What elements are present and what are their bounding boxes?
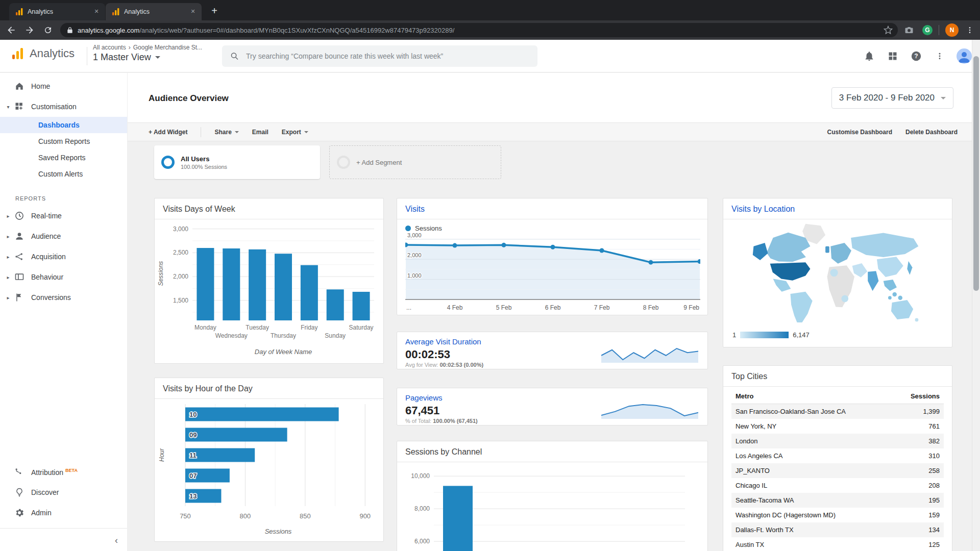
segment-all-users[interactable]: All Users 100.00% Sessions bbox=[154, 145, 320, 179]
reload-icon bbox=[43, 26, 53, 35]
chevron-right-icon[interactable]: ▸ bbox=[5, 254, 11, 260]
chevron-right-icon[interactable]: ▸ bbox=[5, 213, 11, 219]
svg-text:8,000: 8,000 bbox=[414, 505, 430, 512]
share-button[interactable]: Share bbox=[214, 129, 238, 136]
sidebar-item-admin[interactable]: Admin bbox=[0, 503, 127, 523]
svg-text:10: 10 bbox=[189, 411, 197, 418]
person-icon bbox=[14, 231, 24, 241]
sidebar-item-custom-alerts[interactable]: Custom Alerts bbox=[0, 166, 127, 182]
gear-icon bbox=[14, 508, 24, 518]
sidebar-item-discover[interactable]: Discover bbox=[0, 482, 127, 503]
search-bar[interactable] bbox=[222, 45, 537, 67]
widget-title: Top Cities bbox=[731, 372, 767, 381]
add-widget-button[interactable]: + Add Widget bbox=[149, 129, 187, 136]
notifications-button[interactable] bbox=[863, 49, 876, 63]
title-row: Audience Overview 3 Feb 2020 - 9 Feb 202… bbox=[128, 73, 972, 122]
screenshot-extension-icon[interactable] bbox=[902, 23, 916, 37]
analytics-favicon bbox=[112, 8, 120, 16]
sidebar-item-label: Saved Reports bbox=[38, 154, 86, 162]
delete-dashboard-button[interactable]: Delete Dashboard bbox=[905, 129, 958, 136]
view-selector[interactable]: 1 Master View bbox=[93, 52, 202, 63]
metro-cell: London bbox=[736, 437, 928, 445]
new-tab-button[interactable]: + bbox=[207, 4, 222, 18]
svg-text:09: 09 bbox=[189, 431, 197, 439]
help-button[interactable]: ? bbox=[910, 49, 923, 63]
account-avatar[interactable] bbox=[957, 48, 972, 64]
search-icon bbox=[230, 52, 239, 61]
sidebar-item-label: Discover bbox=[31, 488, 59, 496]
sessions-cell: 208 bbox=[928, 482, 940, 489]
bookmark-star-icon[interactable] bbox=[884, 26, 893, 35]
sidebar-item-custom-reports[interactable]: Custom Reports bbox=[0, 133, 127, 149]
segment-detail: 100.00% Sessions bbox=[181, 164, 227, 170]
bell-icon bbox=[864, 51, 875, 62]
sidebar-item-dashboards[interactable]: Dashboards bbox=[0, 117, 127, 133]
svg-text:Friday: Friday bbox=[301, 324, 317, 331]
email-button[interactable]: Email bbox=[252, 129, 268, 136]
svg-text:Sessions: Sessions bbox=[265, 528, 292, 535]
sidebar-item-behaviour[interactable]: ▸Behaviour bbox=[0, 267, 127, 287]
clock-icon bbox=[14, 211, 24, 221]
sidebar-item-real-time[interactable]: ▸Real-time bbox=[0, 206, 127, 226]
svg-text:750: 750 bbox=[180, 512, 191, 520]
sidebar-item-conversions[interactable]: ▸Conversions bbox=[0, 287, 127, 308]
svg-text:6 Feb: 6 Feb bbox=[545, 304, 561, 311]
customise-dashboard-button[interactable]: Customise Dashboard bbox=[827, 129, 892, 136]
days-of-week-chart: 1,5002,0002,5003,000MondayWednesdayTuesd… bbox=[155, 219, 382, 360]
add-segment-button[interactable]: + Add Segment bbox=[329, 145, 501, 179]
browser-profile-avatar[interactable]: N bbox=[945, 23, 959, 37]
svg-text:3,000: 3,000 bbox=[407, 233, 422, 238]
sidebar-item-label: AttributionBETA bbox=[31, 468, 78, 477]
table-row: Seattle-Tacoma WA195 bbox=[731, 493, 944, 508]
widget-title-link[interactable]: Visits bbox=[405, 205, 425, 213]
browser-menu-button[interactable] bbox=[963, 23, 977, 37]
sessions-cell: 195 bbox=[928, 496, 940, 504]
date-range-selector[interactable]: 3 Feb 2020 - 9 Feb 2020 bbox=[831, 87, 953, 109]
url-bar[interactable]: analytics.google.com/analytics/web/?auth… bbox=[60, 23, 898, 37]
tab-title: Analytics bbox=[124, 8, 188, 15]
more-options-button[interactable] bbox=[933, 49, 946, 63]
page-scrollbar[interactable] bbox=[972, 40, 980, 551]
metro-cell: New York, NY bbox=[736, 422, 928, 430]
sidebar-item-acquisition[interactable]: ▸Acquisition bbox=[0, 246, 127, 267]
sidebar-item-label: Dashboards bbox=[38, 121, 80, 129]
forward-icon bbox=[24, 25, 35, 35]
tab-close-button[interactable]: ✕ bbox=[188, 7, 198, 16]
flag-icon bbox=[14, 292, 24, 303]
chevron-right-icon[interactable]: ▸ bbox=[5, 234, 11, 239]
sidebar-collapse-button[interactable]: ‹ bbox=[115, 535, 118, 546]
widget-avg-visit-duration: Average Visit Duration 00:02:53 Avg for … bbox=[397, 332, 708, 369]
svg-text:?: ? bbox=[914, 53, 918, 60]
breadcrumb-account[interactable]: Google Merchandise St... bbox=[133, 44, 202, 51]
widget-title-link[interactable]: Visits by Location bbox=[731, 205, 795, 213]
svg-text:3,000: 3,000 bbox=[173, 226, 188, 233]
apps-button[interactable] bbox=[886, 49, 899, 63]
forward-button[interactable] bbox=[22, 23, 37, 37]
table-row: Los Angeles CA310 bbox=[731, 448, 944, 463]
tab-close-button[interactable]: ✕ bbox=[92, 7, 101, 16]
back-button[interactable] bbox=[4, 23, 18, 37]
sidebar-item-attribution[interactable]: AttributionBETA bbox=[0, 462, 127, 482]
svg-text:Sessions: Sessions bbox=[157, 261, 164, 286]
breadcrumb-all-accounts[interactable]: All accounts bbox=[93, 44, 126, 51]
reload-button[interactable] bbox=[41, 23, 55, 37]
chevron-down-icon[interactable]: ▾ bbox=[5, 104, 11, 110]
export-button[interactable]: Export bbox=[282, 129, 308, 136]
sidebar-item-customisation[interactable]: ▾Customisation bbox=[0, 96, 127, 117]
search-input[interactable] bbox=[246, 52, 529, 60]
sidebar-item-saved-reports[interactable]: Saved Reports bbox=[0, 149, 127, 166]
segment-name: All Users bbox=[181, 155, 227, 163]
browser-tab[interactable]: Analytics✕ bbox=[9, 3, 105, 20]
sidebar-section-label: REPORTS bbox=[15, 195, 127, 202]
chevron-right-icon[interactable]: ▸ bbox=[5, 274, 11, 280]
analytics-logo[interactable]: Analytics bbox=[11, 47, 75, 60]
sessions-cell: 134 bbox=[928, 526, 940, 534]
sidebar-item-audience[interactable]: ▸Audience bbox=[0, 226, 127, 246]
chevron-right-icon[interactable]: ▸ bbox=[5, 295, 11, 300]
sidebar-item-home[interactable]: Home bbox=[0, 76, 127, 96]
grammarly-extension-icon[interactable]: G bbox=[922, 25, 933, 35]
sidebar-item-label: Home bbox=[31, 82, 50, 90]
browser-tab[interactable]: Analytics✕ bbox=[106, 3, 202, 20]
scrollbar-thumb[interactable] bbox=[973, 56, 979, 291]
sidebar-item-label: Behaviour bbox=[31, 273, 63, 281]
